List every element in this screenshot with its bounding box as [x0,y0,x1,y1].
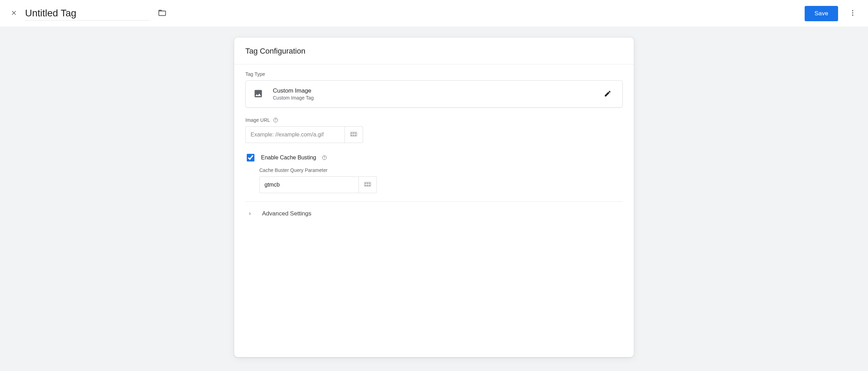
image-icon [253,89,263,100]
help-icon[interactable] [273,117,278,123]
edit-tag-type-button[interactable] [601,87,615,101]
cache-busting-row: Enable Cache Busting [245,153,623,163]
tag-type-name: Custom Image [273,87,591,94]
image-url-label: Image URL [245,117,270,123]
svg-point-1 [852,12,853,14]
folder-button[interactable] [156,7,168,20]
tag-name-input[interactable] [25,6,150,21]
cache-busting-label: Enable Cache Busting [261,155,316,161]
svg-point-8 [324,159,325,159]
advanced-settings-toggle[interactable]: Advanced Settings [234,202,634,227]
pencil-icon [604,90,611,98]
tag-type-subtitle: Custom Image Tag [273,95,591,101]
more-vert-icon [849,9,857,18]
svg-point-4 [275,121,276,121]
close-icon [10,9,17,17]
image-url-section: Image URL [245,117,623,143]
tag-type-text: Custom Image Custom Image Tag [273,87,591,101]
tag-config-card: Tag Configuration Tag Type Custom Image … [234,38,634,357]
chevron-right-icon [247,211,253,217]
canvas: Tag Configuration Tag Type Custom Image … [0,27,868,371]
svg-point-2 [852,15,853,16]
card-title: Tag Configuration [234,38,634,64]
image-url-input[interactable] [245,126,345,143]
save-button[interactable]: Save [805,6,838,21]
cache-buster-param-section: Cache Buster Query Parameter [259,167,623,193]
close-button[interactable] [7,7,21,21]
cache-buster-param-input[interactable] [259,176,359,193]
cache-buster-param-label: Cache Buster Query Parameter [259,167,623,173]
more-menu-button[interactable] [846,7,860,21]
tag-type-tile[interactable]: Custom Image Custom Image Tag [245,80,623,108]
help-icon[interactable] [322,155,327,160]
folder-icon [158,8,167,18]
cache-busting-checkbox[interactable] [247,154,254,161]
advanced-settings-label: Advanced Settings [262,210,311,217]
insert-variable-button[interactable] [359,176,377,193]
svg-point-0 [852,10,853,11]
tag-type-label: Tag Type [245,71,623,77]
variable-icon [350,131,358,139]
variable-icon [364,181,372,189]
insert-variable-button[interactable] [345,126,363,143]
image-url-label-row: Image URL [245,117,623,123]
top-bar: Save [0,0,868,27]
